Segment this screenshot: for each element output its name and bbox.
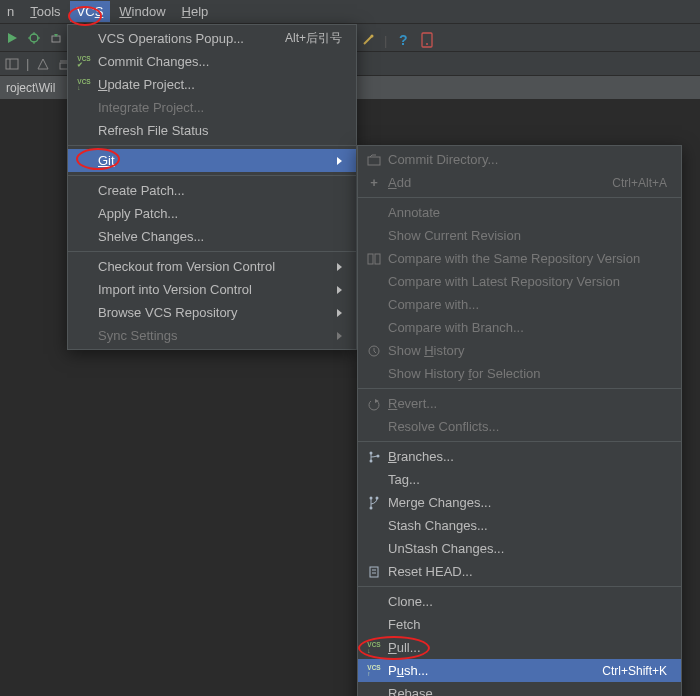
menu-shortcut: Alt+后引号 <box>285 30 342 47</box>
menu-label: Clone... <box>388 594 667 609</box>
menu-label: Rebase... <box>388 686 667 696</box>
push[interactable]: VCS↑ Push... Ctrl+Shift+K <box>358 659 681 682</box>
menu-label: Compare with Latest Repository Version <box>388 274 667 289</box>
svg-point-27 <box>370 496 373 499</box>
fetch[interactable]: Fetch <box>358 613 681 636</box>
menu-label: Revert... <box>388 396 667 411</box>
attach-icon[interactable] <box>48 30 64 46</box>
wand-icon[interactable] <box>360 32 376 48</box>
commit-directory: Commit Directory... <box>358 148 681 171</box>
tag[interactable]: Tag... <box>358 468 681 491</box>
menu-label: Compare with... <box>388 297 667 312</box>
menu-label: Compare with Branch... <box>388 320 667 335</box>
create-patch[interactable]: Create Patch... <box>68 179 356 202</box>
svg-point-25 <box>370 506 373 509</box>
submenu-arrow-icon <box>337 286 342 294</box>
menu-label: Resolve Conflicts... <box>388 419 667 434</box>
help-icon[interactable]: ? <box>395 32 411 48</box>
svg-rect-17 <box>368 157 380 165</box>
device-icon[interactable] <box>419 32 435 48</box>
svg-point-26 <box>376 496 379 499</box>
branch-icon <box>366 449 382 465</box>
merge-changes[interactable]: Merge Changes... <box>358 491 681 514</box>
panel-icon-1[interactable] <box>4 56 20 72</box>
stash-changes[interactable]: Stash Changes... <box>358 514 681 537</box>
menu-label: Push... <box>388 663 576 678</box>
merge-icon <box>366 495 382 511</box>
update-icon: VCS↓ <box>77 79 90 91</box>
compare-same-repo: Compare with the Same Repository Version <box>358 247 681 270</box>
menu-label: Create Patch... <box>98 183 342 198</box>
show-current-revision: Show Current Revision <box>358 224 681 247</box>
refresh-file-status[interactable]: Refresh File Status <box>68 119 356 142</box>
menu-label: Integrate Project... <box>98 100 342 115</box>
menu-label: Show History for Selection <box>388 366 667 381</box>
separator <box>358 586 681 587</box>
svg-marker-0 <box>8 33 17 43</box>
git-submenu-item[interactable]: Git <box>68 149 356 172</box>
menu-label: Stash Changes... <box>388 518 667 533</box>
menu-partial[interactable]: n <box>0 1 21 22</box>
vcs-icon: VCS✔ <box>77 56 90 68</box>
menu-label: Checkout from Version Control <box>98 259 331 274</box>
separator <box>358 197 681 198</box>
submenu-arrow-icon <box>337 263 342 271</box>
revert: Revert... <box>358 392 681 415</box>
menu-label: Fetch <box>388 617 667 632</box>
revert-icon <box>366 396 382 412</box>
menu-shortcut: Ctrl+Shift+K <box>602 664 667 678</box>
submenu-arrow-icon <box>337 309 342 317</box>
compare-latest-repo: Compare with Latest Repository Version <box>358 270 681 293</box>
panel-icon-2[interactable] <box>35 56 51 72</box>
menu-label: Import into Version Control <box>98 282 331 297</box>
menu-window[interactable]: Window <box>112 1 172 22</box>
menu-label: Show History <box>388 343 667 358</box>
import-vcs[interactable]: Import into Version Control <box>68 278 356 301</box>
show-history: Show History <box>358 339 681 362</box>
menu-label: Commit Changes... <box>98 54 342 69</box>
browse-vcs[interactable]: Browse VCS Repository <box>68 301 356 324</box>
resolve-conflicts: Resolve Conflicts... <box>358 415 681 438</box>
plus-icon: + <box>366 175 382 191</box>
menu-label: Refresh File Status <box>98 123 342 138</box>
menu-label: Git <box>98 153 331 168</box>
menu-label: Merge Changes... <box>388 495 667 510</box>
menubar: n Tools VCS Window Help <box>0 0 700 24</box>
rebase[interactable]: Rebase... <box>358 682 681 696</box>
apply-patch[interactable]: Apply Patch... <box>68 202 356 225</box>
svg-rect-19 <box>375 254 380 264</box>
menu-label: Browse VCS Repository <box>98 305 331 320</box>
svg-rect-8 <box>6 59 18 69</box>
vcs-operations-popup[interactable]: VCS Operations Popup... Alt+后引号 <box>68 27 356 50</box>
separator <box>68 175 356 176</box>
menu-label: Reset HEAD... <box>388 564 667 579</box>
svg-line-13 <box>364 36 372 44</box>
menu-label: Commit Directory... <box>388 152 667 167</box>
sync-settings: Sync Settings <box>68 324 356 347</box>
pull[interactable]: VCS↓ Pull... <box>358 636 681 659</box>
svg-rect-18 <box>368 254 373 264</box>
branches[interactable]: Branches... <box>358 445 681 468</box>
update-project[interactable]: VCS↓ Update Project... <box>68 73 356 96</box>
unstash-changes[interactable]: UnStash Changes... <box>358 537 681 560</box>
debug-icon[interactable] <box>26 30 42 46</box>
menu-help[interactable]: Help <box>175 1 216 22</box>
annotate: Annotate <box>358 201 681 224</box>
submenu-arrow-icon <box>337 332 342 340</box>
menu-label: Apply Patch... <box>98 206 342 221</box>
push-icon: VCS↑ <box>367 665 380 677</box>
menu-vcs[interactable]: VCS <box>70 1 111 22</box>
run-icon[interactable] <box>4 30 20 46</box>
reset-head[interactable]: Reset HEAD... <box>358 560 681 583</box>
menu-label: UnStash Changes... <box>388 541 667 556</box>
show-history-selection: Show History for Selection <box>358 362 681 385</box>
shelve-changes[interactable]: Shelve Changes... <box>68 225 356 248</box>
menu-label: Update Project... <box>98 77 342 92</box>
menu-label: Annotate <box>388 205 667 220</box>
checkout-vcs[interactable]: Checkout from Version Control <box>68 255 356 278</box>
menu-tools[interactable]: Tools <box>23 1 67 22</box>
commit-changes[interactable]: VCS✔ Commit Changes... <box>68 50 356 73</box>
vcs-menu-popup: VCS Operations Popup... Alt+后引号 VCS✔ Com… <box>67 24 357 350</box>
separator <box>358 388 681 389</box>
clone[interactable]: Clone... <box>358 590 681 613</box>
